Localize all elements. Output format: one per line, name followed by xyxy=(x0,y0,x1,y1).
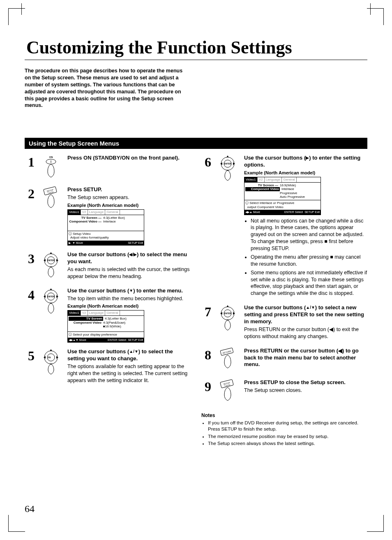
bullet: Some menu options are not immediately ef… xyxy=(251,269,367,297)
step-text: Press RETURN or the cursor button (◀) to… xyxy=(244,326,367,340)
svg-text:ENTER: ENTER xyxy=(224,312,231,315)
step-title: Press RETURN or the cursor button (◀) to… xyxy=(244,348,367,368)
note: The Setup screen always shows the latest… xyxy=(208,440,367,447)
intro-paragraph: The procedure on this page describes how… xyxy=(25,67,189,109)
crop-mark xyxy=(370,3,371,15)
step-text: The top item within the menu becomes hig… xyxy=(67,295,191,302)
two-column-layout: 1 ON Press ON (STANDBY/ON on the front p… xyxy=(25,155,367,447)
osd-tab: Video1 xyxy=(68,210,81,215)
page-number: 64 xyxy=(25,503,35,515)
svg-text:ON: ON xyxy=(49,156,53,158)
step-number: 3 xyxy=(25,251,35,282)
step-2: 2 SETUP TV/VCR Press SETUP. The Setup sc… xyxy=(25,186,191,246)
step-number: 7 xyxy=(201,304,211,341)
crop-mark xyxy=(367,515,384,532)
osd-tab: Language xyxy=(88,311,106,315)
enter-dpad-icon: ENTER xyxy=(39,287,63,343)
bullet: Operating the menu after pressing ■ may … xyxy=(251,254,367,268)
page-title: Customizing the Function Settings xyxy=(25,37,367,58)
crop-mark xyxy=(8,8,25,25)
step-3: 3 ENTER Use the cursor buttons (◀/▶) t xyxy=(25,251,191,282)
step-number: 1 xyxy=(25,155,35,181)
osd-screenshot-a: Video1 V2 Language General TV Screen —4:… xyxy=(67,209,144,246)
setup-button-icon: SETUP TV/VCR xyxy=(39,186,63,246)
example-label: Example (North American model) xyxy=(244,170,367,175)
step-text: As each menu is selected with the cursor… xyxy=(67,266,191,280)
svg-text:ENTER: ENTER xyxy=(48,295,55,298)
osd-tab: V2 xyxy=(258,177,265,182)
step-text: The Setup screen appears. xyxy=(67,194,191,201)
step-9: 9 SETUP TV/VCR Press SETUP to close the … xyxy=(201,379,367,405)
crop-mark xyxy=(21,3,22,15)
svg-text:ENTER: ENTER xyxy=(224,162,231,165)
osd-tab: Video1 xyxy=(68,311,81,315)
step-title: Use the cursor buttons (▶) to enter the … xyxy=(244,155,367,169)
crop-mark xyxy=(8,515,25,532)
osd-tab: General xyxy=(105,311,120,315)
example-label: Example (North American model) xyxy=(67,203,191,208)
enter-dpad-icon: ENTER xyxy=(39,251,63,282)
note: If you turn off the DVD Receiver during … xyxy=(208,420,367,433)
step-title: Use the cursor buttons (▲/▼) to select a… xyxy=(244,304,367,325)
enter-dpad-icon: EN xyxy=(39,348,63,385)
step-text: The Setup screen closes. xyxy=(244,387,367,394)
osd-tab: Language xyxy=(88,210,106,215)
osd-tab: Language xyxy=(265,177,282,182)
step-title: Use the cursor buttons (▼) to enter the … xyxy=(67,287,191,294)
notes-list: If you turn off the DVD Receiver during … xyxy=(201,420,367,447)
step-bullets: Not all menu options can be changed whil… xyxy=(244,218,367,297)
step-7: 7 ENTER Use the cursor buttons (▲/▼) t xyxy=(201,304,367,341)
section-heading: Using the Setup Screen Menus xyxy=(25,138,367,149)
crop-mark xyxy=(367,8,384,25)
step-8: 8 RETURN Press RETURN or the cursor butt… xyxy=(201,348,367,373)
title-rule xyxy=(25,60,367,60)
step-title: Press SETUP to close the Setup screen. xyxy=(244,379,367,386)
step-title: Use the cursor buttons (▲/▼) to select t… xyxy=(67,348,191,362)
return-button-icon: RETURN xyxy=(215,348,240,373)
step-4: 4 ENTER Use the cursor buttons (▼) to xyxy=(25,287,191,343)
enter-dpad-icon: ENTER xyxy=(215,304,240,341)
step-text: The options available for each setting a… xyxy=(67,363,191,384)
svg-text:ENTER: ENTER xyxy=(48,259,55,262)
bullet: Not all menu options can be changed whil… xyxy=(251,218,367,252)
enter-dpad-icon: ENTER xyxy=(215,155,240,299)
osd-tab: General xyxy=(105,210,120,215)
osd-screenshot-c: Video1 V2 Language General TV Screen —16… xyxy=(244,177,321,215)
notes-heading: Notes xyxy=(201,413,367,418)
osd-tab: V2 xyxy=(81,311,88,315)
step-number: 2 xyxy=(25,186,35,246)
step-1: 1 ON Press ON (STANDBY/ON on the front p… xyxy=(25,155,191,181)
svg-text:EN: EN xyxy=(48,356,51,359)
setup-button-icon: SETUP TV/VCR xyxy=(215,379,240,405)
step-title: Use the cursor buttons (◀/▶) to select t… xyxy=(67,251,191,265)
osd-tab: General xyxy=(282,177,296,182)
osd-tab: Video1 xyxy=(244,177,258,182)
step-number: 4 xyxy=(25,287,35,343)
on-button-icon: ON xyxy=(39,155,63,181)
step-title: Press ON (STANDBY/ON on the front panel)… xyxy=(67,155,191,162)
step-number: 5 xyxy=(25,348,35,385)
example-label: Example (North American model) xyxy=(67,304,191,308)
step-number: 9 xyxy=(201,379,211,405)
step-5: 5 EN Use the cursor buttons (▲/▼) to s xyxy=(25,348,191,385)
step-number: 8 xyxy=(201,348,211,373)
note: The memorized resume position may be era… xyxy=(208,433,367,440)
step-number: 6 xyxy=(201,155,211,299)
osd-tab: V2 xyxy=(81,210,88,215)
step-title: Press SETUP. xyxy=(67,186,191,193)
osd-screenshot-b: Video1 V2 Language General TV Screen4:3(… xyxy=(67,310,144,343)
step-6: 6 ENTER Use the cursor buttons (▶) to xyxy=(201,155,367,299)
